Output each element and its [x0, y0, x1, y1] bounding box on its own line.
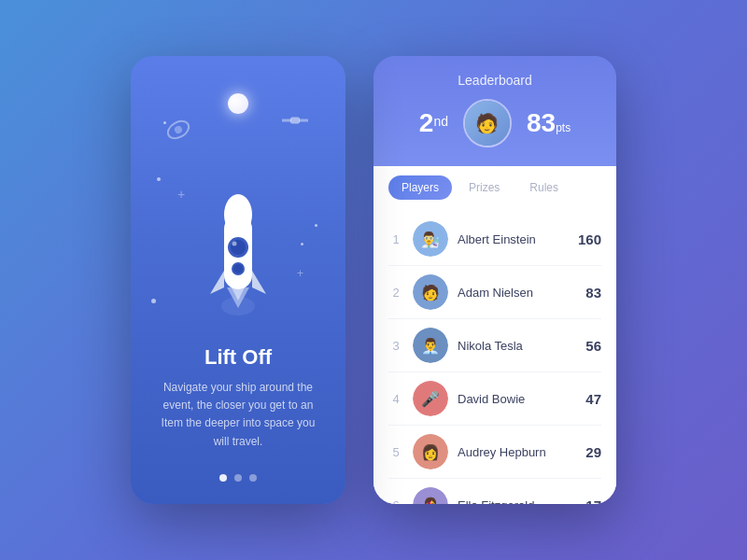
player-name-6: Ella Fitzgerald	[458, 498, 576, 505]
satellite-icon	[282, 112, 308, 129]
left-card-text: Lift Off Navigate your ship around the e…	[159, 345, 317, 451]
tab-rules[interactable]: Rules	[516, 175, 571, 200]
avatar-image: 👩‍🎤	[413, 487, 448, 504]
player-list: 1 👨‍🔬 Albert Einstein 160 2 🧑 Adam Niels…	[374, 209, 616, 504]
player-avatar-4: 🎤	[413, 381, 448, 416]
player-score-2: 83	[585, 285, 601, 301]
plus-decoration: +	[177, 187, 185, 202]
page-dot-3[interactable]	[249, 474, 257, 482]
player-avatar-6: 👩‍🎤	[413, 487, 448, 504]
rocket-illustration: + +	[149, 93, 327, 336]
svg-marker-5	[210, 271, 224, 294]
player-rank-5: 5	[388, 445, 403, 459]
svg-point-11	[233, 264, 243, 273]
player-name-1: Albert Einstein	[458, 232, 569, 246]
player-row: 5 👩 Audrey Hepburn 29	[374, 426, 616, 478]
player-row: 2 🧑 Adam Nielsen 83	[374, 266, 616, 318]
avatar-image: 🧑	[413, 274, 448, 310]
leaderboard-title: Leaderboard	[392, 73, 598, 88]
player-name-3: Nikola Tesla	[458, 339, 576, 353]
planet-icon	[163, 117, 193, 144]
player-row: 1 👨‍🔬 Albert Einstein 160	[374, 213, 616, 265]
player-rank-4: 4	[388, 392, 403, 406]
player-avatar-2: 🧑	[413, 274, 448, 310]
rocket-icon	[196, 149, 280, 317]
user-avatar-image: 🧑	[465, 101, 510, 146]
avatar-image: 🎤	[413, 381, 448, 416]
svg-point-4	[224, 194, 252, 235]
player-row: 6 👩‍🎤 Ella Fitzgerald 17	[374, 479, 616, 504]
left-card-content: + +	[149, 84, 327, 455]
left-card: + +	[131, 56, 345, 504]
player-rank-2: 2	[388, 286, 403, 300]
player-score-4: 47	[585, 391, 601, 407]
tab-prizes[interactable]: Prizes	[456, 175, 513, 200]
lift-off-description: Navigate your ship around the event, the…	[159, 379, 317, 451]
user-avatar-header: 🧑	[463, 99, 512, 147]
lift-off-title: Lift Off	[159, 345, 317, 370]
leaderboard-header: Leaderboard 2nd 🧑 83pts	[374, 56, 616, 166]
player-row: 3 👨‍💼 Nikola Tesla 56	[374, 319, 616, 371]
avatar-image: 👨‍🔬	[413, 221, 448, 257]
avatar-image: 👨‍💼	[413, 328, 448, 363]
player-name-5: Audrey Hepburn	[458, 445, 576, 459]
player-rank-3: 3	[388, 339, 403, 353]
tabs-row: Players Prizes Rules	[374, 166, 616, 209]
player-avatar-3: 👨‍💼	[413, 328, 448, 363]
user-points: 83pts	[527, 108, 571, 138]
leaderboard-rank-row: 2nd 🧑 83pts	[392, 99, 598, 147]
svg-marker-6	[252, 271, 266, 294]
pagination-dots	[219, 474, 257, 482]
player-row: 4 🎤 David Bowie 47	[374, 372, 616, 425]
player-rank-1: 1	[388, 232, 403, 246]
player-name-4: David Bowie	[458, 392, 576, 406]
user-rank: 2nd	[419, 108, 448, 138]
svg-point-9	[233, 242, 237, 246]
player-name-2: Adam Nielsen	[458, 286, 576, 300]
tab-players[interactable]: Players	[388, 175, 452, 200]
avatar-image: 👩	[413, 434, 448, 469]
player-avatar-1: 👨‍🔬	[413, 221, 448, 257]
page-dot-1[interactable]	[219, 474, 227, 482]
player-avatar-5: 👩	[413, 434, 448, 469]
player-rank-6: 6	[388, 498, 403, 505]
player-score-6: 17	[585, 497, 601, 505]
player-score-3: 56	[585, 338, 601, 354]
right-card: Leaderboard 2nd 🧑 83pts Players Prizes R…	[374, 56, 616, 504]
player-score-1: 160	[578, 231, 601, 247]
page-dot-2[interactable]	[234, 474, 242, 482]
player-score-5: 29	[585, 444, 601, 460]
moon-icon	[228, 93, 248, 114]
plus-decoration: +	[297, 267, 303, 280]
